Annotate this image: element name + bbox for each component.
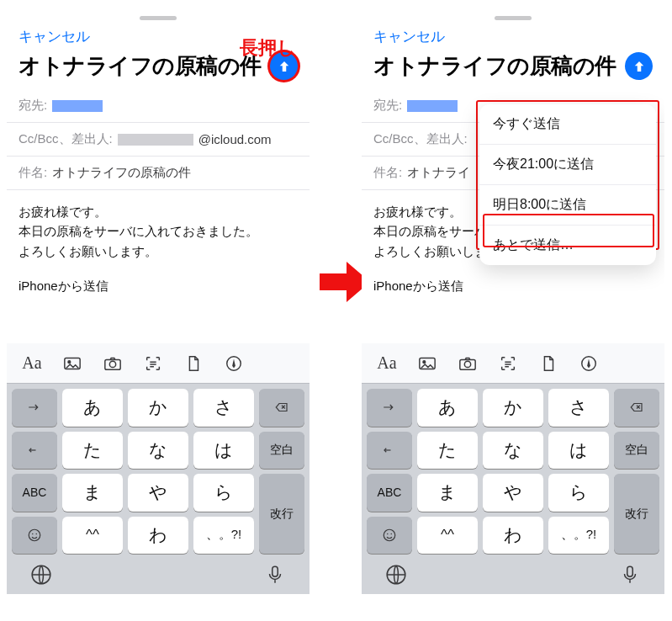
- scan-text-icon[interactable]: [141, 353, 165, 374]
- key-return[interactable]: 改行: [614, 474, 659, 554]
- svg-point-13: [464, 361, 470, 367]
- markup-icon[interactable]: [222, 353, 246, 374]
- key-ta[interactable]: た: [417, 432, 478, 470]
- globe-icon[interactable]: [30, 564, 52, 589]
- phone-right: キャンセル オトナライフの原稿の件 宛先: Cc/Bcc、差出人: 件名: オト…: [362, 5, 664, 594]
- key-space[interactable]: 空白: [614, 432, 659, 470]
- arrow-up-icon: [632, 59, 647, 74]
- key-na[interactable]: な: [128, 432, 188, 470]
- key-ha[interactable]: は: [193, 432, 254, 470]
- key-ma[interactable]: ま: [417, 474, 478, 512]
- key-undo[interactable]: [12, 432, 57, 470]
- format-aa-icon[interactable]: Aa: [20, 353, 44, 374]
- key-backspace[interactable]: [614, 389, 659, 427]
- from-redacted: [118, 134, 193, 146]
- key-ka[interactable]: か: [128, 389, 188, 427]
- key-kaomoji[interactable]: ^^: [62, 517, 123, 555]
- subject-label: 件名:: [373, 165, 402, 181]
- arrow-up-icon: [277, 59, 292, 74]
- key-ya[interactable]: や: [128, 474, 188, 512]
- key-emoji[interactable]: [12, 517, 57, 555]
- key-na[interactable]: な: [483, 432, 543, 470]
- to-label: 宛先:: [373, 98, 402, 114]
- key-emoji[interactable]: [367, 517, 412, 555]
- svg-point-1: [68, 360, 71, 363]
- photo-library-icon[interactable]: [61, 353, 84, 374]
- key-next-candidate[interactable]: [12, 389, 57, 427]
- format-aa-icon[interactable]: Aa: [375, 353, 399, 374]
- keyboard-toolbar: Aa: [7, 343, 310, 384]
- key-wa[interactable]: わ: [128, 517, 188, 555]
- key-ka[interactable]: か: [483, 389, 543, 427]
- sheet-grabber[interactable]: [362, 5, 664, 24]
- key-punct[interactable]: 、。?!: [548, 517, 609, 555]
- key-ra[interactable]: ら: [548, 474, 609, 512]
- body-line: 本日の原稿をサーバに入れておきました。: [19, 221, 298, 241]
- key-a[interactable]: あ: [62, 389, 123, 427]
- key-punct[interactable]: 、。?!: [193, 517, 254, 555]
- cancel-button[interactable]: キャンセル: [373, 29, 445, 45]
- scan-document-icon[interactable]: [182, 353, 205, 374]
- body-line: よろしくお願いします。: [19, 242, 298, 261]
- key-ra[interactable]: ら: [193, 474, 254, 512]
- dictation-icon[interactable]: [619, 564, 641, 589]
- cancel-button[interactable]: キャンセル: [19, 29, 90, 45]
- key-abc[interactable]: ABC: [12, 474, 57, 512]
- svg-point-11: [423, 360, 426, 363]
- body-line: お疲れ様です。: [19, 202, 298, 221]
- key-ma[interactable]: ま: [62, 474, 123, 512]
- keyboard: Aa あ か さ た な は 空白 ABC ま や: [7, 343, 310, 594]
- keyboard-toolbar: Aa: [362, 343, 664, 384]
- svg-rect-9: [273, 566, 278, 576]
- svg-point-3: [109, 361, 115, 367]
- annotation-long-press: 長押し: [240, 35, 296, 61]
- menu-send-now[interactable]: 今すぐ送信: [479, 104, 656, 145]
- from-domain: @icloud.com: [198, 132, 272, 146]
- key-undo[interactable]: [367, 432, 412, 470]
- markup-icon[interactable]: [577, 353, 601, 374]
- menu-send-tonight[interactable]: 今夜21:00に送信: [479, 145, 656, 185]
- dictation-icon[interactable]: [264, 564, 286, 589]
- photo-library-icon[interactable]: [415, 353, 439, 374]
- subject-value: オトナライフの原稿の件: [52, 165, 191, 181]
- camera-icon[interactable]: [456, 353, 479, 374]
- annotation-send-later-highlight: [483, 214, 654, 247]
- send-button[interactable]: [625, 52, 653, 80]
- key-sa[interactable]: さ: [193, 389, 254, 427]
- signature: iPhoneから送信: [19, 276, 298, 295]
- key-wa[interactable]: わ: [483, 517, 543, 555]
- phone-left: キャンセル 長押し オトナライフの原稿の件 宛先: Cc/Bcc、差出人: @i…: [7, 5, 310, 594]
- svg-point-16: [387, 533, 389, 535]
- key-return[interactable]: 改行: [259, 474, 304, 554]
- svg-rect-19: [627, 566, 633, 576]
- to-field-row[interactable]: 宛先:: [7, 89, 310, 123]
- svg-point-6: [32, 533, 34, 535]
- key-sa[interactable]: さ: [548, 389, 609, 427]
- key-kaomoji[interactable]: ^^: [417, 517, 478, 555]
- subject-value: オトナライ: [407, 165, 470, 181]
- subject-label: 件名:: [19, 165, 47, 181]
- globe-icon[interactable]: [385, 564, 407, 589]
- key-ta[interactable]: た: [62, 432, 123, 470]
- scan-text-icon[interactable]: [496, 353, 520, 374]
- svg-point-15: [384, 529, 395, 541]
- key-space[interactable]: 空白: [259, 432, 304, 470]
- subject-field-row[interactable]: 件名: オトナライフの原稿の件: [7, 157, 310, 190]
- svg-point-7: [36, 533, 38, 535]
- cc-label: Cc/Bcc、差出人:: [373, 131, 468, 147]
- key-a[interactable]: あ: [417, 389, 478, 427]
- key-ha[interactable]: は: [548, 432, 609, 470]
- compose-body[interactable]: お疲れ様です。 本日の原稿をサーバに入れておきました。 よろしくお願いします。 …: [7, 190, 310, 343]
- key-ya[interactable]: や: [483, 474, 543, 512]
- sheet-grabber[interactable]: [7, 5, 310, 24]
- key-abc[interactable]: ABC: [367, 474, 412, 512]
- key-next-candidate[interactable]: [367, 389, 412, 427]
- cc-label: Cc/Bcc、差出人:: [19, 131, 113, 147]
- to-recipient-redacted: [52, 100, 103, 112]
- compose-title: オトナライフの原稿の件: [373, 51, 616, 81]
- scan-document-icon[interactable]: [537, 353, 560, 374]
- camera-icon[interactable]: [101, 353, 124, 374]
- cc-field-row[interactable]: Cc/Bcc、差出人: @icloud.com: [7, 123, 310, 157]
- svg-point-5: [29, 529, 40, 541]
- key-backspace[interactable]: [259, 389, 304, 427]
